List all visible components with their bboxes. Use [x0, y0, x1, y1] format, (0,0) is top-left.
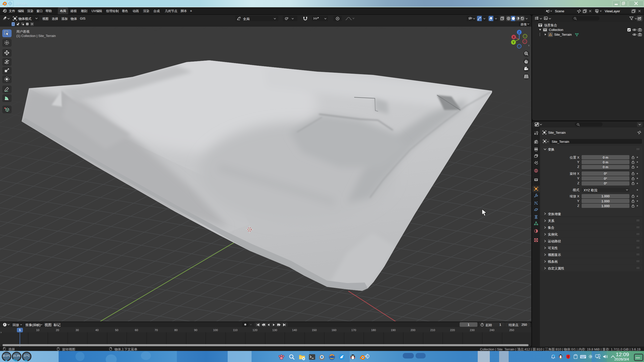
svg-text:X: X: [513, 35, 515, 39]
svg-text:Z: Z: [518, 31, 520, 34]
svg-text:Y: Y: [512, 41, 514, 44]
